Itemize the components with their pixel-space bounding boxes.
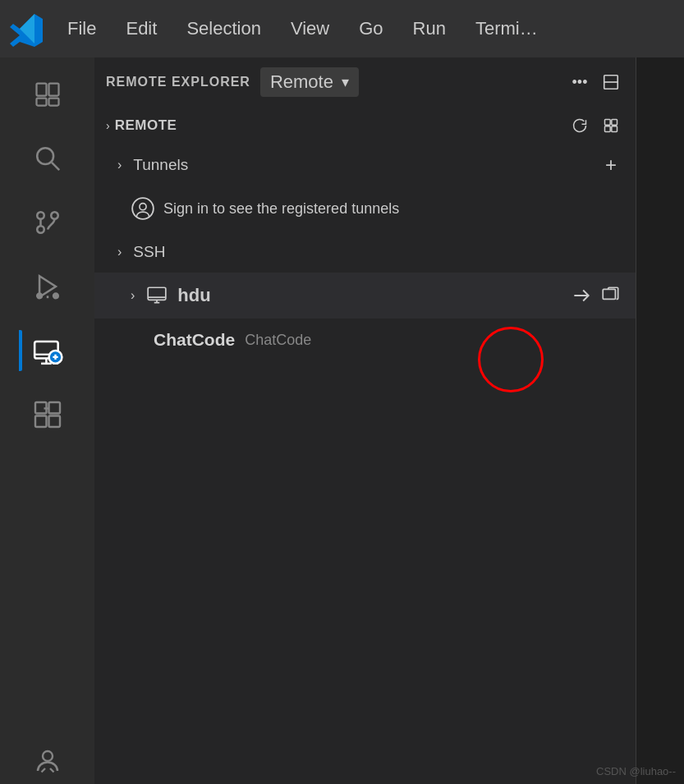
dropdown-chevron-icon: ▾ bbox=[342, 73, 349, 91]
svg-point-7 bbox=[37, 212, 44, 219]
watermark: CSDN @liuhao-- bbox=[596, 765, 676, 777]
svg-point-25 bbox=[43, 751, 53, 761]
sign-in-row[interactable]: Sign in to see the registered tunnels bbox=[94, 186, 636, 232]
ssh-label: SSH bbox=[133, 243, 165, 261]
menu-go[interactable]: Go bbox=[352, 15, 389, 43]
svg-point-8 bbox=[51, 212, 58, 219]
svg-point-32 bbox=[132, 198, 154, 219]
remote-section-chevron: › bbox=[106, 119, 110, 132]
panel-header: REMOTE EXPLORER Remote ▾ ••• bbox=[94, 57, 636, 107]
remote-explorer-activity-icon[interactable] bbox=[19, 322, 76, 379]
collapse-all-button[interactable] bbox=[598, 112, 624, 139]
main-area: REMOTE EXPLORER Remote ▾ ••• › REMO bbox=[0, 57, 684, 784]
side-panel: REMOTE EXPLORER Remote ▾ ••• › REMO bbox=[94, 57, 636, 784]
svg-rect-0 bbox=[36, 84, 46, 96]
menu-bar: File Edit Selection View Go Run Termi… bbox=[0, 0, 684, 57]
panel-header-actions: ••• bbox=[567, 69, 624, 95]
svg-rect-39 bbox=[603, 289, 615, 299]
menu-run[interactable]: Run bbox=[406, 15, 452, 43]
github-icon bbox=[131, 196, 155, 221]
svg-rect-29 bbox=[612, 120, 617, 126]
hdu-host-actions bbox=[568, 282, 624, 309]
svg-point-11 bbox=[37, 294, 42, 299]
svg-point-4 bbox=[37, 148, 53, 164]
search-activity-icon[interactable] bbox=[19, 130, 76, 187]
remote-section-header[interactable]: › REMOTE bbox=[94, 107, 636, 144]
svg-point-33 bbox=[140, 204, 146, 210]
svg-rect-22 bbox=[35, 416, 47, 428]
remote-dropdown-label: Remote bbox=[270, 71, 333, 93]
add-tunnel-button[interactable]: + bbox=[598, 152, 624, 178]
svg-point-12 bbox=[53, 294, 58, 299]
svg-point-6 bbox=[37, 226, 44, 233]
ssh-tree-item[interactable]: › SSH bbox=[94, 232, 636, 273]
chatcode-folder-item[interactable]: ChatCode ChatCode bbox=[94, 319, 636, 361]
tunnels-chevron-icon: › bbox=[117, 158, 122, 172]
more-actions-button[interactable]: ••• bbox=[567, 69, 593, 95]
account-icon[interactable] bbox=[33, 746, 62, 776]
menu-view[interactable]: View bbox=[284, 15, 336, 43]
sign-in-text: Sign in to see the registered tunnels bbox=[163, 200, 399, 218]
connect-host-button[interactable] bbox=[568, 282, 594, 309]
refresh-button[interactable] bbox=[567, 112, 593, 139]
svg-rect-21 bbox=[48, 402, 60, 414]
monitor-icon bbox=[146, 285, 168, 306]
tunnels-tree-item[interactable]: › Tunnels + bbox=[94, 144, 636, 186]
svg-rect-2 bbox=[36, 99, 46, 106]
ssh-chevron-icon: › bbox=[117, 245, 122, 259]
hdu-chevron-icon: › bbox=[131, 288, 135, 303]
chatcode-folder-path: ChatCode bbox=[245, 332, 311, 349]
explorer-activity-icon[interactable] bbox=[19, 66, 76, 123]
extensions-activity-icon[interactable] bbox=[19, 386, 76, 443]
vscode-logo bbox=[8, 11, 44, 47]
chatcode-folder-label: ChatCode bbox=[154, 330, 235, 350]
svg-rect-34 bbox=[148, 287, 166, 300]
remote-dropdown[interactable]: Remote ▾ bbox=[260, 67, 359, 97]
tunnels-label: Tunnels bbox=[133, 156, 188, 174]
hdu-hostname-label: hdu bbox=[177, 285, 210, 306]
svg-rect-1 bbox=[48, 84, 58, 96]
svg-rect-23 bbox=[48, 416, 60, 428]
activity-bar bbox=[0, 57, 94, 784]
svg-line-5 bbox=[51, 163, 58, 170]
svg-rect-30 bbox=[605, 126, 611, 132]
svg-rect-3 bbox=[48, 99, 58, 106]
connect-new-window-button[interactable] bbox=[598, 282, 624, 309]
layout-toggle-button[interactable] bbox=[598, 69, 624, 95]
remote-section-actions bbox=[567, 112, 624, 139]
menu-file[interactable]: File bbox=[61, 15, 103, 43]
right-panel bbox=[636, 57, 684, 784]
hdu-host-item[interactable]: › hdu bbox=[94, 273, 636, 319]
panel-title: REMOTE EXPLORER bbox=[106, 75, 250, 89]
svg-rect-28 bbox=[605, 120, 611, 126]
menu-edit[interactable]: Edit bbox=[119, 15, 163, 43]
menu-selection[interactable]: Selection bbox=[180, 15, 268, 43]
menu-terminal[interactable]: Termi… bbox=[469, 15, 544, 43]
svg-rect-31 bbox=[612, 126, 617, 132]
remote-section-title: REMOTE bbox=[115, 117, 177, 134]
source-control-activity-icon[interactable] bbox=[19, 194, 76, 251]
tunnels-actions: + bbox=[598, 152, 624, 178]
remote-section: › REMOTE bbox=[94, 107, 636, 784]
run-debug-activity-icon[interactable] bbox=[19, 258, 76, 315]
